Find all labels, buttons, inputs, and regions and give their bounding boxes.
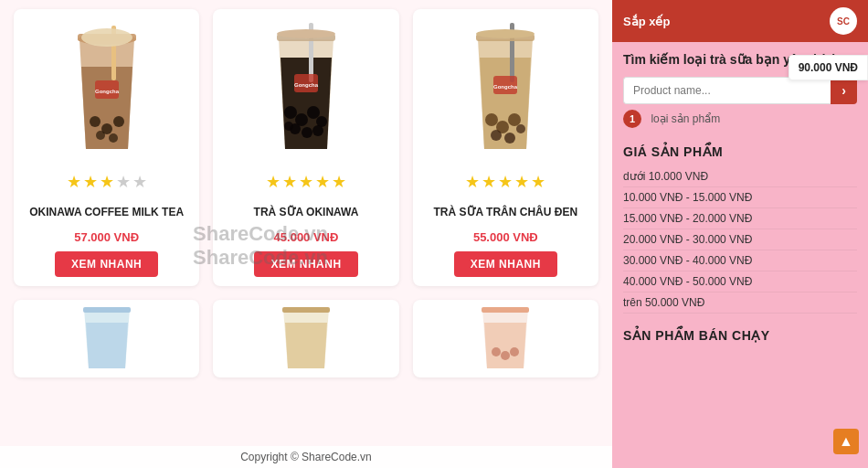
star-1-2: ★	[83, 172, 98, 192]
product-price-2: 45.000 VNĐ	[222, 230, 389, 244]
view-quick-btn-1[interactable]: XEM NHANH	[55, 251, 158, 277]
svg-point-21	[312, 125, 323, 136]
svg-point-4	[113, 116, 124, 127]
price-range-item-3[interactable]: 15.000 VNĐ - 20.000 VNĐ	[623, 208, 857, 229]
svg-point-38	[476, 29, 535, 38]
star-3-2: ★	[482, 172, 496, 192]
svg-marker-48	[484, 323, 526, 368]
sidebar: Sắp xếp SC Tìm kiếm loại trà sữa bạn yêu…	[612, 0, 868, 468]
product-name-1: OKINAWA COFFEE MILK TEA	[23, 197, 190, 227]
stars-1: ★ ★ ★ ★ ★	[23, 172, 190, 192]
svg-point-51	[510, 347, 519, 356]
svg-point-32	[508, 113, 521, 126]
price-range-item-4[interactable]: 20.000 VNĐ - 30.000 VNĐ	[623, 229, 857, 250]
svg-point-30	[485, 113, 498, 126]
main-content: Gongcha ★ ★ ★ ★ ★ OKINAWA COFFEE MILK TE…	[0, 0, 612, 468]
star-3-4: ★	[514, 172, 529, 192]
price-list: dưới 10.000 VNĐ 10.000 VNĐ - 15.000 VNĐ …	[623, 166, 857, 314]
price-section-title: GIÁ SẢN PHẨM	[623, 144, 857, 159]
star-2-1: ★	[266, 172, 281, 192]
scroll-up-button[interactable]: ▲	[833, 429, 859, 454]
price-range-item-2[interactable]: 10.000 VNĐ - 15.000 VNĐ	[623, 187, 857, 208]
product-image-1: Gongcha	[23, 18, 190, 165]
svg-point-20	[302, 127, 312, 138]
svg-rect-43	[83, 307, 131, 313]
bottom-cup-3	[473, 304, 537, 373]
sidebar-price-section: GIÁ SẢN PHẨM dưới 10.000 VNĐ 10.000 VNĐ …	[612, 137, 868, 321]
product-name-2: TRÀ SỮA OKINAWA	[222, 197, 389, 227]
price-range-item-1[interactable]: dưới 10.000 VNĐ	[623, 166, 857, 187]
svg-rect-52	[482, 307, 529, 313]
star-2-5: ★	[332, 172, 346, 192]
product-card-bottom-1	[14, 300, 199, 378]
star-1-4: ★	[116, 172, 131, 192]
svg-point-50	[501, 351, 510, 360]
svg-point-22	[284, 122, 293, 131]
svg-point-25	[277, 29, 335, 38]
star-1-1: ★	[67, 172, 81, 192]
page-wrapper: Gongcha ★ ★ ★ ★ ★ OKINAWA COFFEE MILK TE…	[0, 0, 868, 468]
svg-point-49	[492, 347, 501, 356]
svg-point-35	[516, 124, 525, 133]
products-grid: Gongcha ★ ★ ★ ★ ★ OKINAWA COFFEE MILK TE…	[14, 9, 598, 286]
sidebar-header: Sắp xếp SC	[612, 0, 868, 42]
svg-marker-1	[81, 67, 132, 149]
svg-marker-42	[86, 323, 128, 368]
copyright-footer: Copyright © ShareCode.vn	[0, 446, 612, 468]
product-price-3: 55.000 VNĐ	[422, 230, 589, 244]
product-card-2: Gongcha ★ ★ ★ ★ ★ TRÀ SỮA OKINAWA 45.000…	[213, 9, 398, 286]
product-card-1: Gongcha ★ ★ ★ ★ ★ OKINAWA COFFEE MILK TE…	[14, 9, 199, 286]
product-cup-svg-2: Gongcha	[256, 21, 356, 163]
svg-text:Gongcha: Gongcha	[493, 84, 518, 90]
star-1-3: ★	[100, 172, 114, 192]
product-price-1: 57.000 VNĐ	[23, 230, 190, 244]
star-3-3: ★	[498, 172, 513, 192]
svg-point-17	[307, 106, 320, 119]
price-range-item-5[interactable]: 30.000 VNĐ - 40.000 VNĐ	[623, 250, 857, 271]
product-image-3: Gongcha	[422, 18, 589, 165]
svg-text:Gongcha: Gongcha	[294, 82, 319, 88]
svg-point-15	[284, 106, 297, 119]
view-quick-btn-3[interactable]: XEM NHANH	[454, 251, 557, 277]
price-range-value: 90.000 VNĐ	[789, 55, 868, 80]
search-button[interactable]: ›	[831, 77, 857, 104]
product-name-3: TRÀ SỮA TRÂN CHÂU ĐEN	[422, 197, 589, 227]
bottom-cup-1	[75, 304, 139, 373]
product-card-bottom-3	[413, 300, 598, 378]
svg-point-10	[81, 28, 132, 47]
svg-point-2	[90, 116, 101, 127]
sharecode-logo: SC	[830, 7, 857, 35]
svg-point-33	[491, 130, 502, 141]
product-count-badge: 1	[623, 110, 641, 128]
product-cup-svg-3: Gongcha	[455, 21, 556, 163]
product-cup-svg-1: Gongcha	[57, 21, 157, 163]
search-input[interactable]	[623, 77, 831, 104]
star-1-5: ★	[132, 172, 147, 192]
sidebar-bestseller-section: SẢN PHẨM BÁN CHẠY	[612, 321, 868, 357]
product-image-2: Gongcha	[222, 18, 389, 165]
product-count-text: loại sản phẩm	[651, 112, 720, 125]
product-card-bottom-2	[213, 300, 398, 378]
view-quick-btn-2[interactable]: XEM NHANH	[254, 251, 357, 277]
star-2-3: ★	[299, 172, 313, 192]
product-count-row: 1 loại sản phẩm	[623, 110, 857, 128]
stars-2: ★ ★ ★ ★ ★	[222, 172, 389, 192]
price-range-item-6[interactable]: 40.000 VNĐ - 50.000 VNĐ	[623, 271, 857, 292]
star-3-5: ★	[531, 172, 545, 192]
stars-3: ★ ★ ★ ★ ★	[422, 172, 589, 192]
price-range-item-7[interactable]: trên 50.000 VNĐ	[623, 292, 857, 314]
svg-text:Gongcha: Gongcha	[95, 89, 120, 94]
svg-rect-46	[282, 307, 330, 313]
star-2-4: ★	[315, 172, 330, 192]
star-2-2: ★	[282, 172, 297, 192]
search-row: ›	[623, 77, 857, 104]
star-3-1: ★	[465, 172, 480, 192]
svg-point-6	[109, 133, 118, 143]
product-card-3: Gongcha ★ ★ ★ ★ ★ TRÀ SỮA TRÂN CHÂU ĐEN …	[413, 9, 598, 286]
sharecode-text: SC	[837, 16, 850, 27]
bottom-cup-2	[274, 304, 338, 373]
svg-point-34	[504, 133, 515, 144]
products-grid-bottom	[14, 300, 598, 378]
svg-point-5	[96, 131, 105, 140]
sidebar-header-label: Sắp xếp	[623, 15, 670, 28]
